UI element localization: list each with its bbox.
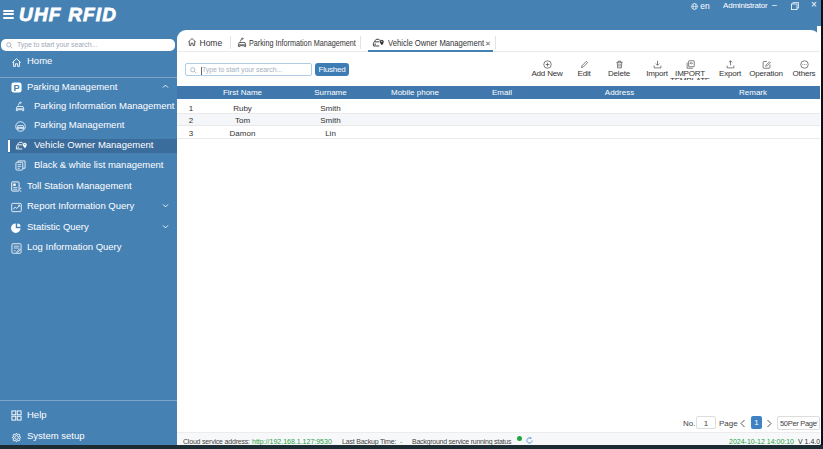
svg-text:P: P bbox=[13, 83, 19, 93]
